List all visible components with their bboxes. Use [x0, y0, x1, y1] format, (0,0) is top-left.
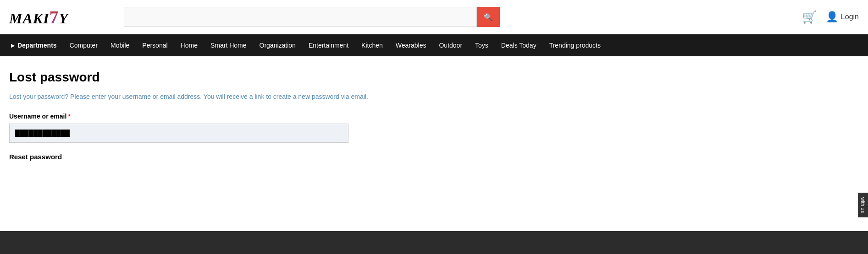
username-email-input[interactable] — [9, 124, 348, 143]
search-button[interactable]: 🔍 — [477, 7, 500, 27]
header: MAKI7Y 🔍 🛒 👤 Login — [0, 0, 868, 34]
mobile-label: Mobile — [111, 42, 129, 49]
smart-home-label: Smart Home — [210, 42, 247, 49]
toys-label: Toys — [475, 42, 488, 49]
logo-maki: MAKI — [9, 10, 50, 27]
nav-item-home[interactable]: Home — [174, 34, 204, 56]
nav-item-toys[interactable]: Toys — [469, 34, 495, 56]
nav-item-entertainment[interactable]: Entertainment — [302, 34, 355, 56]
description-text: Lost your password? Please enter your us… — [9, 92, 404, 102]
login-button[interactable]: 👤 Login — [826, 11, 859, 23]
logo-7: 7 — [50, 6, 59, 28]
username-label: Username or email* — [9, 113, 404, 120]
nav-item-outdoor[interactable]: Outdoor — [432, 34, 469, 56]
nav-item-computer[interactable]: Computer — [63, 34, 104, 56]
logo-y: Y — [59, 10, 69, 27]
lost-password-form: Username or email* Reset password — [9, 113, 404, 161]
nav-item-organization[interactable]: Organization — [253, 34, 302, 56]
nav-item-smart-home[interactable]: Smart Home — [204, 34, 253, 56]
organization-label: Organization — [260, 42, 296, 49]
trending-products-label: Trending products — [549, 42, 601, 49]
deals-today-label: Deals Today — [501, 42, 536, 49]
main-content: Lost password Lost your password? Please… — [0, 56, 413, 179]
header-right: 🛒 👤 Login — [802, 10, 859, 24]
reset-password-button[interactable]: Reset password — [9, 153, 62, 161]
logo-area: MAKI7Y — [9, 6, 110, 28]
nav-item-wearables[interactable]: Wearables — [389, 34, 433, 56]
nav-item-kitchen[interactable]: Kitchen — [355, 34, 389, 56]
user-icon: 👤 — [826, 11, 838, 23]
nav-item-trending-products[interactable]: Trending products — [543, 34, 607, 56]
login-label: Login — [841, 13, 859, 21]
personal-label: Personal — [142, 42, 167, 49]
search-input[interactable] — [124, 7, 477, 27]
wearables-label: Wearables — [396, 42, 426, 49]
departments-label: Departments — [17, 42, 57, 49]
nav-item-deals-today[interactable]: Deals Today — [495, 34, 543, 56]
nav-item-departments[interactable]: Departments — [5, 34, 63, 56]
entertainment-label: Entertainment — [309, 42, 348, 49]
nav-item-personal[interactable]: Personal — [136, 34, 174, 56]
footer — [0, 231, 868, 254]
required-star: * — [68, 113, 70, 120]
cart-button[interactable]: 🛒 — [802, 10, 817, 24]
nav-item-mobile[interactable]: Mobile — [104, 34, 136, 56]
logo-link[interactable]: MAKI7Y — [9, 6, 68, 28]
navbar: Departments Computer Mobile Personal Hom… — [0, 34, 868, 56]
search-icon: 🔍 — [484, 13, 493, 22]
kitchen-label: Kitchen — [361, 42, 383, 49]
side-tab[interactable]: with us — [858, 193, 868, 217]
cart-icon: 🛒 — [802, 10, 817, 24]
outdoor-label: Outdoor — [439, 42, 462, 49]
home-label: Home — [181, 42, 198, 49]
search-area: 🔍 — [124, 7, 500, 27]
computer-label: Computer — [70, 42, 98, 49]
page-title: Lost password — [9, 70, 404, 85]
